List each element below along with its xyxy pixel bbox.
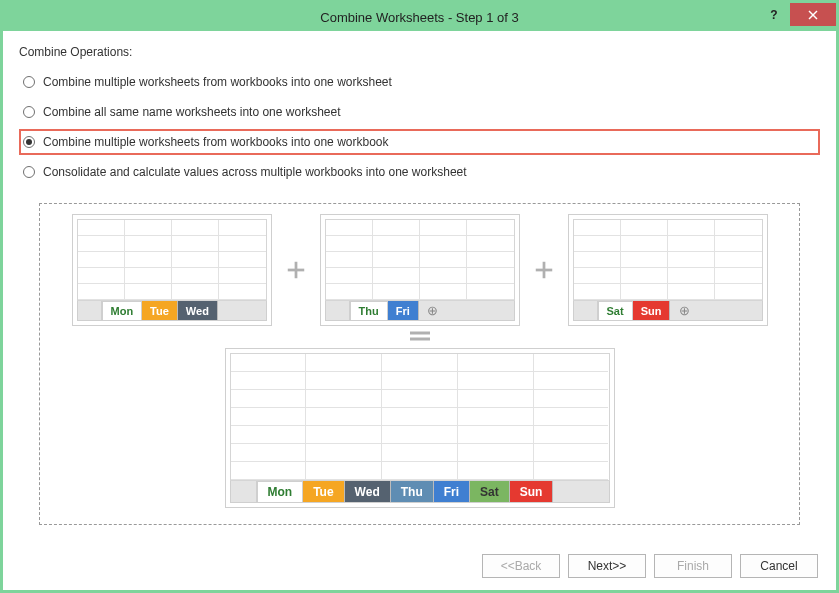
mini-grid (573, 219, 763, 301)
tab-tue: Tue (142, 301, 178, 320)
radio-icon (23, 166, 35, 178)
workbook-3: Sat Sun ⊕ (568, 214, 768, 326)
option-consolidate-calculate[interactable]: Consolidate and calculate values across … (19, 159, 820, 185)
dialog-title: Combine Worksheets - Step 1 of 3 (3, 10, 836, 25)
result-tabstrip: Mon Tue Wed Thu Fri Sat Sun (230, 481, 610, 503)
tab-thu: Thu (350, 301, 388, 320)
equals-icon (54, 330, 785, 342)
cancel-button[interactable]: Cancel (740, 554, 818, 578)
diagram-area: Mon Tue Wed (39, 203, 800, 525)
option-combine-into-one-workbook[interactable]: Combine multiple worksheets from workboo… (19, 129, 820, 155)
diagram-top-row: Mon Tue Wed (54, 214, 785, 326)
dialog-window: Combine Worksheets - Step 1 of 3 ? Combi… (0, 0, 839, 593)
radio-label: Consolidate and calculate values across … (43, 165, 467, 179)
radio-label: Combine all same name worksheets into on… (43, 105, 340, 119)
tab-sun: Sun (510, 481, 554, 502)
radio-icon (23, 106, 35, 118)
finish-button: Finish (654, 554, 732, 578)
tab-fri: Fri (434, 481, 470, 502)
title-controls: ? (758, 3, 836, 26)
tab-wed: Wed (178, 301, 218, 320)
big-grid (230, 353, 610, 481)
content-area: Combine Operations: Combine multiple wor… (3, 31, 836, 537)
workbook-result: Mon Tue Wed Thu Fri Sat Sun (225, 348, 615, 508)
tab-mon: Mon (257, 481, 304, 502)
add-sheet-icon: ⊕ (670, 301, 698, 320)
radio-label: Combine multiple worksheets from workboo… (43, 75, 392, 89)
titlebar: Combine Worksheets - Step 1 of 3 ? (3, 3, 836, 31)
tab-tue: Tue (303, 481, 344, 502)
option-combine-into-one-worksheet[interactable]: Combine multiple worksheets from workboo… (19, 69, 820, 95)
tab-wed: Wed (345, 481, 391, 502)
radio-icon (23, 76, 35, 88)
radio-label: Combine multiple worksheets from workboo… (43, 135, 389, 149)
tab-sun: Sun (633, 301, 671, 320)
tab-fri: Fri (388, 301, 419, 320)
tabstrip: Thu Fri ⊕ (325, 301, 515, 321)
tabstrip: Mon Tue Wed (77, 301, 267, 321)
workbook-1: Mon Tue Wed (72, 214, 272, 326)
section-label: Combine Operations: (19, 45, 820, 59)
tabstrip: Sat Sun ⊕ (573, 301, 763, 321)
tab-sat: Sat (470, 481, 510, 502)
option-combine-same-name[interactable]: Combine all same name worksheets into on… (19, 99, 820, 125)
close-icon (808, 10, 818, 20)
button-bar: <<Back Next>> Finish Cancel (482, 554, 818, 578)
plus-icon (282, 259, 310, 281)
mini-grid (325, 219, 515, 301)
close-button[interactable] (790, 3, 836, 26)
next-button[interactable]: Next>> (568, 554, 646, 578)
tab-thu: Thu (391, 481, 434, 502)
add-sheet-icon: ⊕ (419, 301, 447, 320)
radio-icon (23, 136, 35, 148)
tab-sat: Sat (598, 301, 633, 320)
plus-icon (530, 259, 558, 281)
back-button: <<Back (482, 554, 560, 578)
mini-grid (77, 219, 267, 301)
help-button[interactable]: ? (758, 3, 790, 26)
tab-mon: Mon (102, 301, 143, 320)
workbook-2: Thu Fri ⊕ (320, 214, 520, 326)
